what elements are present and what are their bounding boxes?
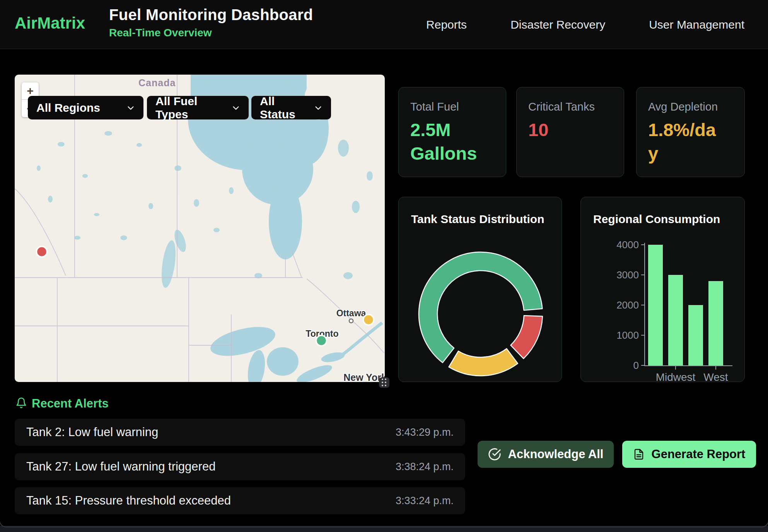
- alert-time: 3:43:29 p.m.: [396, 426, 454, 438]
- alert-time: 3:33:24 p.m.: [396, 495, 454, 507]
- ottawa-town-marker: [349, 319, 353, 323]
- main-nav: Reports Disaster Recovery User Managemen…: [426, 0, 744, 49]
- chevron-down-icon: [232, 104, 240, 112]
- alerts-section-title: Recent Alerts: [32, 397, 109, 411]
- alert-row[interactable]: Tank 2: Low fuel warning 3:43:29 p.m.: [15, 419, 465, 446]
- y-tick-mark: [641, 305, 645, 305]
- x-tick-mark: [715, 366, 716, 370]
- y-tick-label: 0: [592, 360, 639, 372]
- label-canada: Canada: [138, 77, 176, 88]
- bar-chart-card: Regional Consumption 01000200030004000Mi…: [580, 197, 745, 382]
- acknowledge-all-label: Acknowledge All: [508, 447, 604, 461]
- chevron-down-icon: [314, 104, 323, 112]
- fuel-types-dropdown[interactable]: All Fuel Types: [147, 96, 249, 119]
- y-tick-label: 2000: [592, 299, 639, 311]
- stat-label: Avg Depletion: [648, 101, 733, 113]
- alert-time: 3:38:24 p.m.: [396, 461, 454, 473]
- y-tick-mark: [641, 365, 645, 366]
- status-dropdown[interactable]: All Status: [251, 96, 331, 119]
- map-marker-critical[interactable]: [37, 247, 47, 257]
- bar-0: [648, 245, 663, 365]
- y-tick-label: 4000: [592, 239, 639, 251]
- label-new-york: New York: [343, 372, 385, 382]
- regions-dropdown-value: All Regions: [36, 101, 100, 114]
- map-marker-normal[interactable]: [316, 336, 327, 346]
- page-subtitle: Real-Time Overview: [109, 27, 313, 39]
- stat-label: Total Fuel: [410, 101, 494, 113]
- file-text-icon: [633, 448, 645, 460]
- app-logo: AirMatrix: [15, 14, 85, 32]
- stat-card-total-fuel: Total Fuel 2.5M Gallons: [398, 87, 506, 177]
- donut-chart-card: Tank Status Distribution: [398, 197, 562, 382]
- stat-value: 10: [528, 118, 598, 142]
- donut-segment-critical: [511, 315, 543, 358]
- y-tick-label: 1000: [592, 329, 639, 341]
- bar-chart-title: Regional Consumption: [593, 213, 720, 226]
- alert-row[interactable]: Tank 27: Low fuel warning triggered 3:38…: [15, 453, 465, 480]
- st-lawrence-river: [343, 323, 382, 355]
- status-dropdown-value: All Status: [260, 95, 307, 121]
- y-tick-mark: [641, 244, 645, 245]
- horizontal-scrollbar[interactable]: [0, 526, 768, 532]
- donut-chart-title: Tank Status Distribution: [411, 213, 544, 226]
- y-tick-label: 3000: [592, 269, 639, 281]
- acknowledge-all-button[interactable]: Acknowledge All: [478, 441, 614, 468]
- y-tick-mark: [641, 275, 645, 275]
- nav-reports[interactable]: Reports: [426, 18, 467, 31]
- page-title: Fuel Monitoring Dashboard: [109, 6, 313, 24]
- title-block: Fuel Monitoring Dashboard Real-Time Over…: [109, 6, 313, 39]
- generate-report-button[interactable]: Generate Report: [622, 441, 756, 468]
- y-tick-mark: [641, 335, 645, 336]
- nav-disaster-recovery[interactable]: Disaster Recovery: [510, 18, 605, 31]
- nav-user-management[interactable]: User Management: [649, 18, 744, 31]
- label-ottawa: Ottawa: [336, 308, 366, 318]
- x-tick-label: West: [685, 371, 747, 384]
- stat-card-avg-depletion: Avg Depletion 1.8%/day: [636, 87, 745, 177]
- x-tick-mark: [675, 366, 676, 370]
- donut-segment-warning: [449, 349, 518, 376]
- stat-value: 1.8%/day: [648, 118, 718, 165]
- check-circle-icon: [488, 448, 501, 461]
- bar-1: [668, 275, 683, 365]
- alert-row[interactable]: Tank 15: Pressure threshold exceeded 3:3…: [15, 487, 465, 514]
- bar-3: [708, 281, 723, 365]
- regions-dropdown[interactable]: All Regions: [28, 96, 143, 119]
- stat-label: Critical Tanks: [528, 101, 612, 113]
- app-header: AirMatrix Fuel Monitoring Dashboard Real…: [0, 0, 768, 49]
- x-axis: [644, 365, 732, 366]
- alert-message: Tank 27: Low fuel warning triggered: [26, 460, 215, 474]
- alert-message: Tank 15: Pressure threshold exceeded: [26, 494, 231, 508]
- bar-2: [688, 305, 703, 365]
- stat-value: 2.5M Gallons: [410, 118, 480, 165]
- bell-icon: [15, 397, 27, 409]
- stat-card-critical-tanks: Critical Tanks 10: [516, 87, 624, 177]
- map-resize-handle[interactable]: [379, 377, 389, 388]
- generate-report-label: Generate Report: [652, 447, 746, 461]
- fuel-types-dropdown-value: All Fuel Types: [155, 95, 225, 121]
- map-panel[interactable]: Canada Ottawa Toronto New York + − All R…: [15, 75, 385, 382]
- chevron-down-icon: [126, 104, 135, 112]
- alert-message: Tank 2: Low fuel warning: [26, 425, 158, 439]
- map-marker-warning[interactable]: [364, 315, 374, 325]
